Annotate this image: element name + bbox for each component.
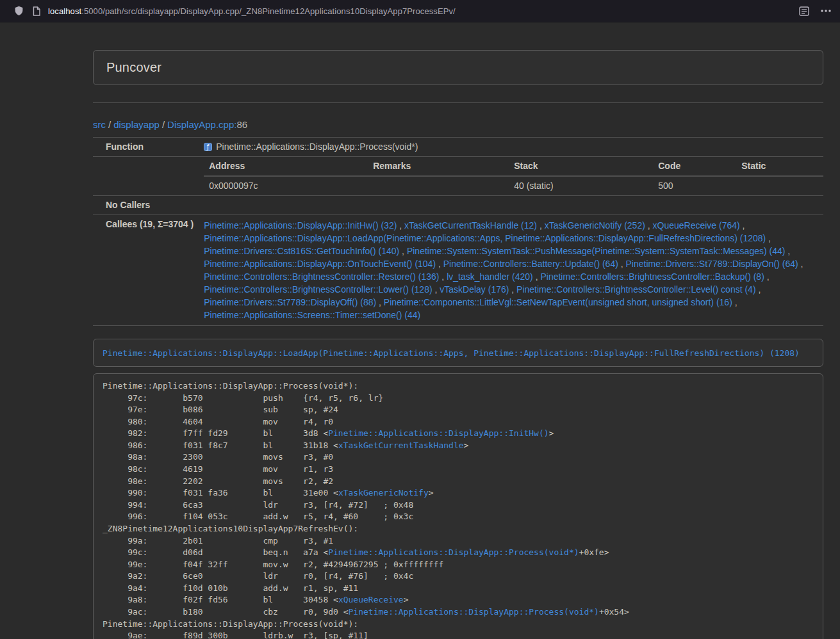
code-symbol-link[interactable]: Pinetime::Applications::DisplayApp::Init… [328, 428, 548, 438]
callee-link[interactable]: Pinetime::System::SystemTask::PushMessag… [407, 246, 786, 256]
loadapp-heading-link[interactable]: Pinetime::Applications::DisplayApp::Load… [103, 348, 800, 358]
svg-text:ƒ: ƒ [206, 143, 210, 150]
callee-separator: , [785, 246, 790, 256]
toolbar-right [799, 6, 831, 16]
breadcrumb-src-link[interactable]: src [93, 119, 106, 130]
stats-header-code: Code [653, 157, 736, 176]
stats-value-row: 0x0000097c40 (static)500 [204, 176, 823, 195]
callee-separator: , [399, 246, 407, 256]
callee-link[interactable]: xQueueReceive (764) [653, 220, 740, 231]
callees-cell: Pinetime::Applications::DisplayApp::Init… [199, 215, 823, 326]
callee-separator: , [740, 220, 745, 231]
breadcrumb-separator: / [108, 119, 111, 130]
divider [93, 102, 823, 103]
function-row: Function ƒ Pinetime::Applications::Displ… [93, 138, 823, 157]
app-title-panel: Puncover [93, 50, 823, 85]
code-symbol-link[interactable]: Pinetime::Applications::DisplayApp::Proc… [349, 607, 599, 617]
callee-separator: , [509, 284, 516, 295]
stats-header-address: Address [204, 157, 368, 176]
callee-link[interactable]: Pinetime::Applications::DisplayApp::Init… [204, 220, 397, 231]
callee-link[interactable]: xTaskGetCurrentTaskHandle (12) [404, 220, 537, 231]
callees-row: Callees (19, Σ=3704 ) Pinetime::Applicat… [93, 215, 823, 326]
stats-header-remarks: Remarks [368, 157, 509, 176]
code-symbol-link[interactable]: xTaskGenericNotify [338, 488, 429, 497]
code-symbol-link[interactable]: xTaskGetCurrentTaskHandle [338, 441, 464, 450]
loadapp-heading-panel: Pinetime::Applications::DisplayApp::Load… [93, 339, 823, 367]
callee-link[interactable]: xTaskGenericNotify (252) [545, 220, 645, 231]
stats-header-stack: Stack [509, 157, 653, 176]
callee-link[interactable]: vTaskDelay (176) [440, 284, 509, 295]
callee-separator: , [533, 271, 541, 282]
callee-link[interactable]: lv_task_handler (420) [447, 271, 533, 282]
callee-link[interactable]: Pinetime::Drivers::Cst816S::GetTouchInfo… [204, 246, 399, 256]
callees-label: Callees (19, Σ=3704 ) [93, 215, 199, 326]
symbol-table: Function ƒ Pinetime::Applications::Displ… [93, 137, 823, 326]
callee-separator: , [439, 271, 447, 282]
stats-header-static: Static [736, 157, 823, 176]
code-symbol-link[interactable]: Pinetime::Applications::DisplayApp::Proc… [328, 547, 579, 557]
breadcrumb-line-number: 86 [236, 119, 247, 130]
callee-link[interactable]: Pinetime::Drivers::St7789::DisplayOff() … [204, 297, 376, 307]
app-title: Puncover [106, 60, 810, 75]
url-host: localhost [48, 6, 81, 16]
stats-header-row: AddressRemarksStackCodeStatic [204, 157, 823, 176]
callee-separator: , [756, 284, 761, 295]
stats-table: AddressRemarksStackCodeStatic 0x0000097c… [204, 157, 823, 195]
stats-row-label [93, 157, 199, 196]
callee-separator: , [397, 220, 404, 231]
tracking-shield-icon[interactable] [14, 6, 24, 16]
callee-link[interactable]: Pinetime::Applications::DisplayApp::OnTo… [204, 259, 436, 269]
disassembly-panel: Pinetime::Applications::DisplayApp::Proc… [93, 373, 823, 639]
browser-toolbar: localhost:5000/path/src/displayapp/Displ… [0, 0, 840, 22]
page-content: Puncover src/displayapp/DisplayApp.cpp:8… [0, 22, 840, 639]
callee-link[interactable]: Pinetime::Components::LittleVgl::SetNewT… [384, 297, 732, 307]
callee-link[interactable]: Pinetime::Controllers::BrightnessControl… [540, 271, 764, 282]
stats-value-stack: 40 (static) [509, 176, 653, 195]
callee-link[interactable]: Pinetime::Drivers::St7789::DisplayOn() (… [626, 259, 798, 269]
callee-separator: , [764, 271, 770, 282]
function-label: Function [93, 138, 199, 157]
no-callers-label: No Callers [93, 196, 199, 215]
stats-value-static [736, 176, 823, 195]
callee-separator: , [432, 284, 440, 295]
disassembly-pre: Pinetime::Applications::DisplayApp::Proc… [103, 380, 814, 639]
stats-value-remarks [368, 176, 509, 195]
no-callers-row: No Callers [93, 196, 823, 215]
breadcrumb: src/displayapp/DisplayApp.cpp:86 [93, 118, 823, 131]
callee-link[interactable]: Pinetime::Applications::DisplayApp::Load… [204, 233, 766, 243]
code-symbol-link[interactable]: xQueueReceive [338, 595, 404, 604]
stats-value-code: 500 [653, 176, 736, 195]
no-callers-cell [199, 196, 823, 215]
callee-link[interactable]: Pinetime::Controllers::BrightnessControl… [204, 284, 432, 295]
url-path: :5000/path/src/displayapp/DisplayApp.cpp… [81, 6, 456, 16]
stats-cell: AddressRemarksStackCodeStatic 0x0000097c… [199, 157, 823, 196]
callee-separator: , [732, 297, 737, 307]
function-cell: ƒ Pinetime::Applications::DisplayApp::Pr… [199, 138, 823, 157]
callee-link[interactable]: Pinetime::Controllers::Battery::Update()… [443, 259, 618, 269]
callee-link[interactable]: Pinetime::Applications::Screens::Timer::… [204, 310, 420, 320]
function-icon: ƒ [204, 143, 212, 151]
callee-separator: , [618, 259, 626, 269]
breadcrumb-file-link[interactable]: DisplayApp.cpp: [167, 119, 236, 130]
callee-separator: , [766, 233, 771, 243]
callee-link[interactable]: Pinetime::Controllers::BrightnessControl… [204, 271, 439, 282]
callee-link[interactable]: Pinetime::Controllers::BrightnessControl… [516, 284, 755, 295]
url-text: localhost:5000/path/src/displayapp/Displ… [48, 6, 456, 16]
callee-separator: , [436, 259, 443, 269]
page-info-icon[interactable] [33, 6, 40, 16]
callee-separator: , [645, 220, 653, 231]
reader-view-icon[interactable] [799, 6, 809, 16]
url-bar[interactable]: localhost:5000/path/src/displayapp/Displ… [33, 6, 790, 16]
stats-row: AddressRemarksStackCodeStatic 0x0000097c… [93, 157, 823, 196]
callee-separator: , [376, 297, 384, 307]
function-name: Pinetime::Applications::DisplayApp::Proc… [216, 142, 418, 152]
overflow-menu-icon[interactable] [821, 10, 831, 12]
callee-separator: , [798, 259, 803, 269]
breadcrumb-displayapp-link[interactable]: displayapp [113, 119, 160, 130]
stats-value-address: 0x0000097c [204, 176, 368, 195]
callee-separator: , [537, 220, 545, 231]
main-container: Puncover src/displayapp/DisplayApp.cpp:8… [93, 50, 823, 639]
breadcrumb-separator: / [162, 119, 165, 130]
